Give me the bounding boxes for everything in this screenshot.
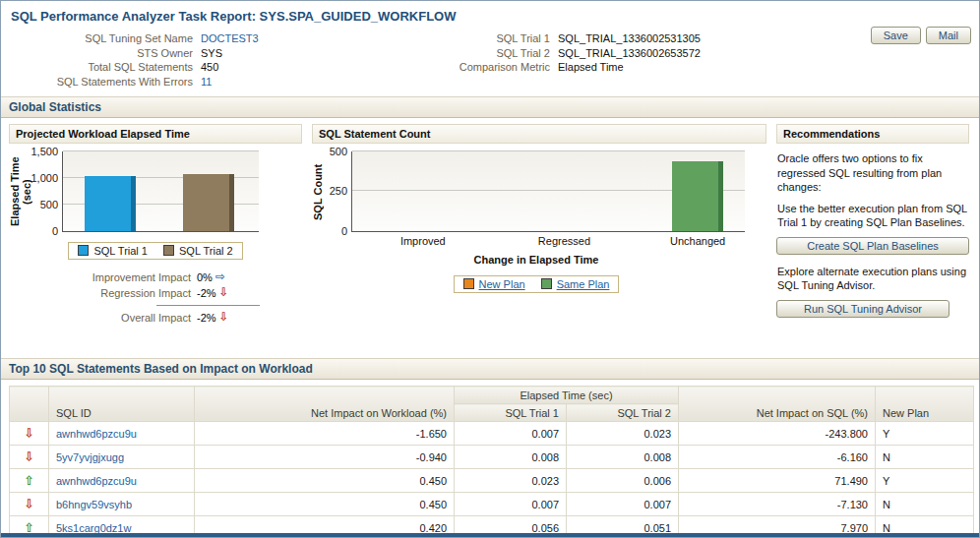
sql-id-link[interactable]: awnhwd6pzcu9u xyxy=(56,475,137,487)
field-label: Comparison Metric xyxy=(434,60,550,75)
workload-chart: Elapsed Time (sec) 0 500 1,000 1,500 xyxy=(9,151,302,232)
x-category-unchanged: Unchanged xyxy=(670,235,725,247)
y-tick-label: 500 xyxy=(40,199,58,210)
impact-value: -2% xyxy=(191,285,216,301)
down-arrow-icon: ⇩ xyxy=(216,285,229,301)
table-row: ⇩ awnhwd6pzcu9u -1.650 0.007 0.023 -243.… xyxy=(10,422,974,446)
net-impact-workload-cell: -0.940 xyxy=(195,446,455,469)
trial1-cell: 0.008 xyxy=(455,446,567,469)
sts-name-link[interactable]: DOCTEST3 xyxy=(201,32,259,44)
field-sql-trial-1: SQL Trial 1 SQL_TRIAL_1336002531305 xyxy=(434,31,946,46)
page-header: SQL Performance Analyzer Task Report: SY… xyxy=(1,1,979,24)
trial2-cell: 0.006 xyxy=(567,469,679,493)
count-chart-plot: 0 250 500 Improved Regressed Unchanged xyxy=(351,151,745,232)
count-chart-y-axis-title: SQL Count xyxy=(312,151,328,232)
y-tick-label: 500 xyxy=(330,146,347,157)
field-label: SQL Statements With Errors xyxy=(1,75,193,90)
global-statistics-header: Global Statistics xyxy=(1,96,979,118)
net-impact-workload-cell: 0.450 xyxy=(195,469,455,493)
field-label: Total SQL Statements xyxy=(1,60,193,75)
y-tick-label: 1,500 xyxy=(31,146,58,157)
trial1-cell: 0.007 xyxy=(455,422,567,446)
impact-label: Overall Impact xyxy=(9,310,191,326)
bar-sql-trial-2 xyxy=(183,174,234,231)
top-sql-table-wrap: SQL ID Net Impact on Workload (%) Elapse… xyxy=(9,386,971,538)
field-value: 450 xyxy=(193,60,218,75)
net-impact-sql-cell: -7.130 xyxy=(679,493,876,516)
gridline xyxy=(352,150,745,151)
field-value: SQL_TRIAL_1336002531305 xyxy=(550,31,701,46)
regression-impact-row: Regression Impact -2% ⇩ xyxy=(9,285,302,301)
net-impact-workload-column-header: Net Impact on Workload (%) xyxy=(195,387,455,422)
bar-unchanged-same-plan xyxy=(672,161,723,231)
trial1-cell: 0.023 xyxy=(455,469,567,493)
impact-sum-divider xyxy=(156,305,260,306)
elapsed-time-group-header: Elapsed Time (sec) xyxy=(455,387,679,404)
same-plan-link[interactable]: Same Plan xyxy=(557,278,610,290)
overall-impact-row: Overall Impact -2% ⇩ xyxy=(9,310,302,326)
errors-count-link[interactable]: 11 xyxy=(201,76,212,88)
trial2-cell: 0.023 xyxy=(567,422,679,446)
trend-icon: ⇩ xyxy=(24,449,34,464)
trial2-cell: 0.008 xyxy=(567,446,679,469)
new-plan-cell: Y xyxy=(876,422,974,446)
field-sts-owner: STS Owner SYS xyxy=(1,46,434,61)
y-tick-label: 1,000 xyxy=(31,172,58,184)
sql-id-link[interactable]: awnhwd6pzcu9u xyxy=(56,428,137,440)
new-plan-cell: N xyxy=(876,446,974,469)
impact-value: -2% xyxy=(191,310,216,326)
new-plan-swatch-icon xyxy=(463,278,474,289)
table-group-header-row: SQL ID Net Impact on Workload (%) Elapse… xyxy=(10,387,974,404)
workload-chart-plot: 0 500 1,000 1,500 xyxy=(62,151,259,232)
y-tick-label: 0 xyxy=(52,225,58,237)
sql-id-link[interactable]: 5ks1carg0dz1w xyxy=(56,522,131,534)
summary-fields: SQL Tuning Set Name DOCTEST3 STS Owner S… xyxy=(1,31,979,89)
field-label: SQL Trial 2 xyxy=(434,46,550,61)
mail-button[interactable]: Mail xyxy=(926,27,971,44)
gridline xyxy=(63,150,259,151)
count-chart: SQL Count 0 250 500 Improved Regressed U… xyxy=(312,151,766,293)
trend-icon: ⇧ xyxy=(24,473,34,488)
sql-trial-1-column-header: SQL Trial 1 xyxy=(455,404,567,422)
bar-sql-trial-1 xyxy=(85,176,136,231)
run-sql-tuning-advisor-button[interactable]: Run SQL Tuning Advisor xyxy=(776,300,949,318)
down-arrow-icon: ⇩ xyxy=(216,310,229,326)
workload-chart-y-axis-title: Elapsed Time (sec) xyxy=(9,151,25,232)
create-sql-plan-baselines-button[interactable]: Create SQL Plan Baselines xyxy=(776,237,969,255)
new-plan-link[interactable]: New Plan xyxy=(479,278,525,290)
count-chart-legend: New Plan Same Plan xyxy=(454,275,620,293)
impact-label: Regression Impact xyxy=(9,285,191,301)
legend-item-same-plan: Same Plan xyxy=(541,278,610,290)
field-comparison-metric: Comparison Metric Elapsed Time xyxy=(434,60,946,75)
impact-summary: Improvement Impact 0% ⇨ Regression Impac… xyxy=(9,269,302,326)
net-impact-workload-cell: -1.650 xyxy=(195,422,455,446)
global-statistics-panels: Projected Workload Elapsed Time Elapsed … xyxy=(1,118,979,350)
field-label: SQL Tuning Set Name xyxy=(1,31,193,46)
legend-item-new-plan: New Plan xyxy=(463,278,525,290)
save-button[interactable]: Save xyxy=(871,27,921,44)
new-plan-column-header: New Plan xyxy=(876,387,974,422)
trial1-swatch-icon xyxy=(78,245,89,256)
page-title: SQL Performance Analyzer Task Report: SY… xyxy=(11,9,456,24)
net-impact-sql-column-header: Net Impact on SQL (%) xyxy=(679,387,876,422)
net-impact-workload-cell: 0.450 xyxy=(195,493,455,516)
sql-id-link[interactable]: 5yv7yvjgjxugg xyxy=(56,451,124,463)
workload-elapsed-time-panel: Projected Workload Elapsed Time Elapsed … xyxy=(9,124,302,350)
sql-id-link[interactable]: b6hngv59vsyhb xyxy=(56,499,132,510)
new-plan-cell: N xyxy=(876,493,974,516)
net-impact-sql-cell: -243.800 xyxy=(679,422,876,446)
field-value: Elapsed Time xyxy=(550,60,624,75)
trend-column-header xyxy=(10,387,49,422)
y-tick-label: 0 xyxy=(341,225,347,237)
trend-icon: ⇩ xyxy=(24,426,34,441)
same-plan-swatch-icon xyxy=(541,278,552,289)
field-total-sql-statements: Total SQL Statements 450 xyxy=(1,60,434,75)
workload-chart-legend: SQL Trial 1 SQL Trial 2 xyxy=(68,242,242,260)
field-sql-trial-2: SQL Trial 2 SQL_TRIAL_1336002653572 xyxy=(434,46,946,61)
workload-chart-title: Projected Workload Elapsed Time xyxy=(9,124,302,144)
field-label: SQL Trial 1 xyxy=(434,31,550,46)
field-sql-tuning-set-name: SQL Tuning Set Name DOCTEST3 xyxy=(1,31,434,46)
table-row: ⇩ b6hngv59vsyhb 0.450 0.007 0.007 -7.130… xyxy=(10,493,974,516)
right-arrow-icon: ⇨ xyxy=(213,269,225,285)
count-chart-title: SQL Statement Count xyxy=(312,124,766,144)
